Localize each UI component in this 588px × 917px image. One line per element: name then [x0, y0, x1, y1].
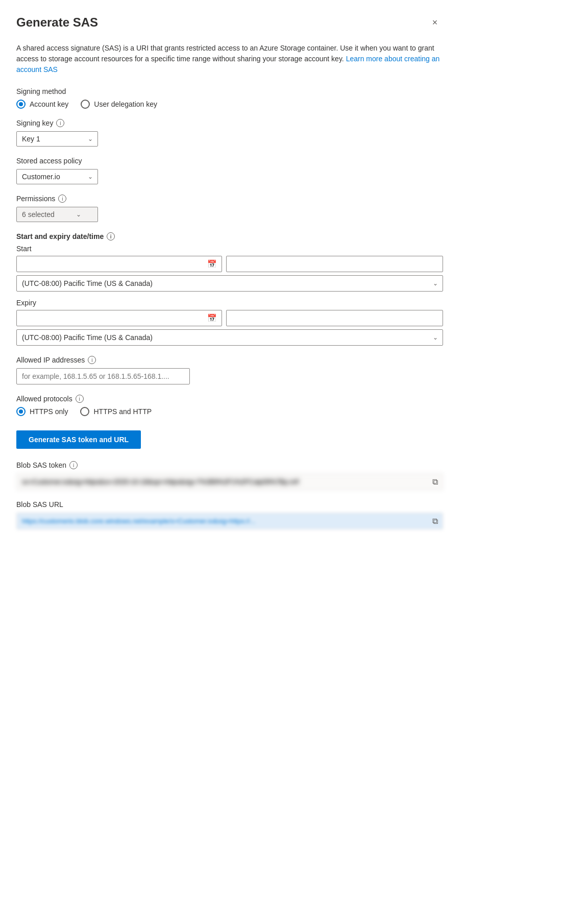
expiry-date-time-row: 05/12/2024 📅 12:00:00 AM [16, 310, 443, 326]
blob-sas-url-section: Blob SAS URL https://customerio.blob.cor… [16, 500, 443, 529]
blob-sas-url-wrapper: https://customerio.blob.core.windows.net… [16, 513, 443, 529]
signing-method-label: Signing method [16, 87, 443, 95]
signing-key-section: Signing key i Key 1 Key 2 ⌄ [16, 119, 443, 147]
generate-sas-panel: Generate SAS × A shared access signature… [0, 0, 459, 917]
close-button[interactable]: × [427, 14, 443, 31]
expiry-time-input[interactable]: 12:00:00 AM [226, 310, 443, 326]
start-date-time-row: 05/11/2022 📅 12:00:00 AM [16, 256, 443, 272]
allowed-ip-info-icon[interactable]: i [88, 356, 96, 364]
blob-sas-token-wrapper: sv=Customer.io&sig=https&sv=2020-10-18&s… [16, 473, 443, 490]
allowed-ip-input[interactable] [16, 368, 190, 384]
panel-header: Generate SAS × [16, 14, 443, 31]
signing-key-label: Signing key i [16, 119, 443, 127]
radio-https-http-input[interactable] [80, 407, 89, 416]
permissions-info-icon[interactable]: i [58, 195, 66, 203]
blob-sas-url-field: https://customerio.blob.core.windows.net… [16, 513, 443, 529]
allowed-protocols-section: Allowed protocols i HTTPS only HTTPS and… [16, 395, 443, 416]
start-date-input[interactable]: 05/11/2022 [16, 256, 222, 272]
radio-https-http-label: HTTPS and HTTP [93, 407, 152, 416]
blob-sas-url-label: Blob SAS URL [16, 500, 443, 509]
radio-https-only-input[interactable] [16, 407, 26, 416]
permissions-dropdown-wrapper: 6 selected ⌄ [16, 207, 98, 222]
generate-sas-button[interactable]: Generate SAS token and URL [16, 430, 141, 449]
expiry-timezone-wrapper: (UTC-08:00) Pacific Time (US & Canada) ⌄ [16, 329, 443, 346]
signing-key-select-wrapper: Key 1 Key 2 ⌄ [16, 131, 98, 147]
blob-sas-token-copy-icon[interactable]: ⧉ [432, 477, 438, 487]
stored-access-policy-wrapper: Customer.io None ⌄ [16, 169, 98, 184]
start-expiry-info-icon[interactable]: i [107, 232, 115, 240]
start-label: Start [16, 245, 443, 253]
start-expiry-section: Start and expiry date/time i Start 05/11… [16, 232, 443, 346]
permissions-label: Permissions i [16, 195, 443, 203]
start-expiry-label: Start and expiry date/time i [16, 232, 443, 240]
start-time-input[interactable]: 12:00:00 AM [226, 256, 443, 272]
signing-key-info-icon[interactable]: i [56, 119, 64, 127]
radio-user-delegation-key-input[interactable] [81, 100, 90, 109]
stored-access-policy-label: Stored access policy [16, 157, 443, 165]
blob-sas-token-info-icon[interactable]: i [69, 461, 78, 469]
start-date-wrapper: 05/11/2022 📅 [16, 256, 222, 272]
expiry-timezone-select[interactable]: (UTC-08:00) Pacific Time (US & Canada) [16, 329, 443, 346]
permissions-section: Permissions i 6 selected ⌄ [16, 195, 443, 222]
blob-sas-token-label: Blob SAS token i [16, 461, 443, 469]
radio-https-only[interactable]: HTTPS only [16, 407, 68, 416]
radio-https-http[interactable]: HTTPS and HTTP [80, 407, 152, 416]
stored-access-policy-section: Stored access policy Customer.io None ⌄ [16, 157, 443, 184]
signing-method-section: Signing method Account key User delegati… [16, 87, 443, 109]
stored-access-policy-select[interactable]: Customer.io None [16, 169, 98, 184]
allowed-protocols-label: Allowed protocols i [16, 395, 443, 403]
expiry-date-wrapper: 05/12/2024 📅 [16, 310, 222, 326]
permissions-chevron-icon: ⌄ [76, 211, 81, 218]
signing-key-select[interactable]: Key 1 Key 2 [16, 131, 98, 147]
blob-sas-token-field: sv=Customer.io&sig=https&sv=2020-10-18&s… [16, 473, 443, 490]
radio-user-delegation-key[interactable]: User delegation key [81, 100, 157, 109]
radio-account-key-input[interactable] [16, 100, 26, 109]
start-timezone-wrapper: (UTC-08:00) Pacific Time (US & Canada) ⌄ [16, 275, 443, 292]
radio-user-delegation-key-label: User delegation key [94, 100, 157, 108]
radio-account-key[interactable]: Account key [16, 100, 68, 109]
allowed-ip-label: Allowed IP addresses i [16, 356, 443, 364]
radio-https-only-label: HTTPS only [30, 407, 68, 416]
expiry-date-input[interactable]: 05/12/2024 [16, 310, 222, 326]
protocols-radio-group: HTTPS only HTTPS and HTTP [16, 407, 443, 416]
blob-sas-token-section: Blob SAS token i sv=Customer.io&sig=http… [16, 461, 443, 490]
description-text: A shared access signature (SAS) is a URI… [16, 43, 443, 75]
start-timezone-select[interactable]: (UTC-08:00) Pacific Time (US & Canada) [16, 275, 443, 292]
panel-title: Generate SAS [16, 15, 98, 30]
expiry-label: Expiry [16, 299, 443, 307]
blob-sas-url-copy-icon[interactable]: ⧉ [432, 517, 438, 526]
radio-account-key-label: Account key [30, 100, 68, 108]
allowed-protocols-info-icon[interactable]: i [76, 395, 84, 403]
signing-method-radio-group: Account key User delegation key [16, 100, 443, 109]
allowed-ip-section: Allowed IP addresses i [16, 356, 443, 384]
permissions-dropdown[interactable]: 6 selected ⌄ [16, 207, 98, 222]
